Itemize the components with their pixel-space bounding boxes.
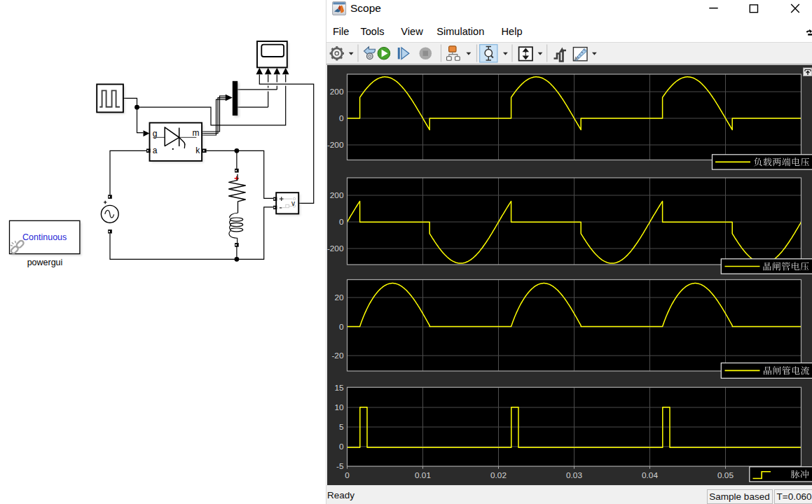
- svg-text:-200: -200: [327, 244, 344, 253]
- svg-text:0: 0: [345, 470, 350, 480]
- svg-text:200: 200: [330, 87, 344, 97]
- svg-text:-5: -5: [336, 461, 344, 471]
- svg-text:0: 0: [339, 442, 344, 451]
- svg-text:15: 15: [334, 382, 344, 392]
- svg-text:0: 0: [339, 217, 344, 227]
- svg-text:0: 0: [339, 321, 344, 331]
- svg-text:200: 200: [330, 190, 344, 200]
- svg-text:m: m: [193, 128, 200, 138]
- svg-text:0.03: 0.03: [566, 470, 582, 480]
- svg-text:10: 10: [334, 402, 344, 412]
- svg-text:0.01: 0.01: [415, 470, 431, 480]
- svg-text:powergui: powergui: [27, 258, 63, 267]
- svg-text:g: g: [153, 129, 158, 139]
- svg-text:-20: -20: [331, 351, 343, 360]
- svg-text:-200: -200: [327, 140, 344, 150]
- svg-text:0.05: 0.05: [717, 470, 734, 480]
- svg-text:20: 20: [334, 292, 344, 302]
- svg-text:0.02: 0.02: [490, 470, 507, 480]
- svg-text:a: a: [153, 146, 158, 155]
- svg-text:0: 0: [339, 113, 344, 123]
- svg-text:k: k: [195, 146, 200, 155]
- svg-text:v: v: [291, 200, 295, 207]
- svg-text:5: 5: [339, 422, 344, 432]
- svg-text:Continuous: Continuous: [22, 232, 67, 242]
- svg-text:0.04: 0.04: [642, 470, 658, 480]
